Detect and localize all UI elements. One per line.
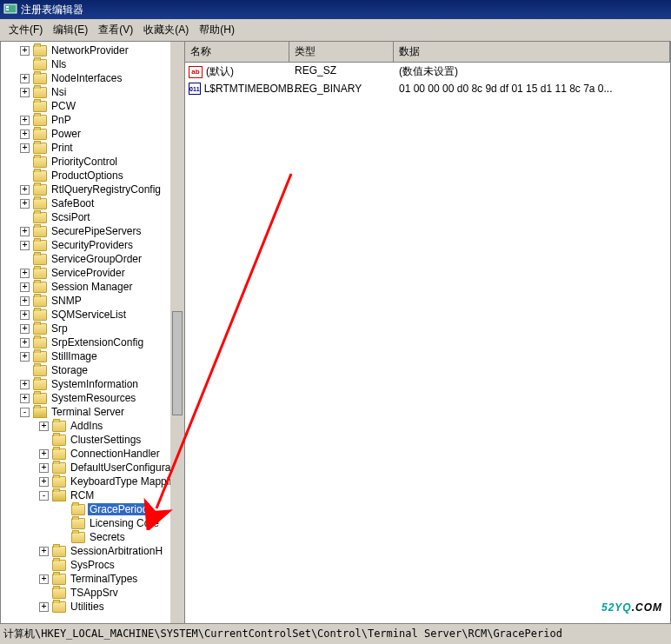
tree-node[interactable]: +RtlQueryRegistryConfig	[1, 183, 184, 196]
tree-label[interactable]: StillImage	[50, 350, 99, 362]
tree-node[interactable]: +PnP	[1, 113, 184, 127]
scrollbar-vertical[interactable]	[170, 42, 184, 632]
tree-label[interactable]: ServiceGroupOrder	[50, 253, 143, 265]
value-row[interactable]: ab(默认)REG_SZ(数值未设置)	[185, 63, 670, 81]
tree-node[interactable]: +Print	[1, 141, 184, 155]
tree-label[interactable]: TerminalTypes	[69, 573, 139, 585]
expand-icon[interactable]: +	[20, 199, 30, 209]
tree-node[interactable]: +SQMServiceList	[1, 308, 184, 322]
tree-label[interactable]: Secrets	[88, 531, 127, 543]
expand-icon[interactable]: +	[20, 338, 30, 348]
tree-node[interactable]: +SrpExtensionConfig	[1, 335, 184, 349]
menu-view[interactable]: 查看(V)	[93, 21, 138, 39]
expand-icon[interactable]: +	[20, 227, 30, 236]
tree-node[interactable]: +StillImage	[1, 349, 184, 363]
tree-label[interactable]: SecurityProviders	[50, 239, 135, 251]
tree-label[interactable]: PnP	[50, 114, 73, 126]
expand-icon[interactable]: +	[39, 463, 49, 473]
tree-node[interactable]: -Terminal Server	[1, 405, 184, 419]
tree-node[interactable]: ProductOptions	[1, 169, 184, 183]
tree-node[interactable]: +Utilities	[1, 600, 184, 614]
col-name[interactable]: 名称	[185, 42, 289, 62]
tree-node[interactable]: -RCM	[1, 488, 184, 502]
scroll-thumb[interactable]	[172, 311, 183, 415]
tree-node[interactable]: Nls	[1, 57, 184, 71]
tree-node[interactable]: +Session Manager	[1, 280, 184, 294]
expand-icon[interactable]: +	[20, 380, 30, 389]
tree-label[interactable]: ProductOptions	[50, 169, 125, 182]
tree-label[interactable]: Power	[50, 128, 83, 140]
tree-label[interactable]: Session Manager	[50, 281, 134, 293]
expand-icon[interactable]: +	[20, 282, 30, 292]
tree-label[interactable]: NodeInterfaces	[50, 72, 123, 84]
tree-label[interactable]: ClusterSettings	[69, 434, 143, 446]
tree-label[interactable]: Utilities	[69, 601, 106, 613]
tree-label[interactable]: AddIns	[69, 420, 104, 432]
tree-node[interactable]: +SecurePipeServers	[1, 224, 184, 238]
tree-node[interactable]: Secrets	[1, 530, 184, 544]
tree-node[interactable]: PCW	[1, 99, 184, 113]
tree-label[interactable]: SystemInformation	[50, 378, 140, 390]
expand-icon[interactable]: +	[20, 129, 30, 139]
expand-icon[interactable]: +	[20, 310, 30, 320]
tree-node[interactable]: +SystemInformation	[1, 377, 184, 391]
tree-label[interactable]: RtlQueryRegistryConfig	[50, 183, 163, 196]
tree-node[interactable]: +NodeInterfaces	[1, 71, 184, 85]
expand-icon[interactable]: +	[20, 241, 30, 250]
tree-node[interactable]: +SecurityProviders	[1, 238, 184, 252]
tree-node[interactable]: TSAppSrv	[1, 586, 184, 600]
tree-label[interactable]: SessionArbitrationH	[69, 545, 164, 557]
tree-node[interactable]: +ServiceProvider	[1, 266, 184, 280]
tree-label[interactable]: ConnectionHandler	[69, 448, 162, 460]
tree-label[interactable]: SysProcs	[69, 559, 116, 571]
expand-icon[interactable]: +	[20, 116, 30, 125]
menu-file[interactable]: 文件(F)	[3, 21, 48, 39]
tree-label[interactable]: SafeBoot	[50, 197, 96, 209]
tree-node[interactable]: +Srp	[1, 322, 184, 335]
tree-label[interactable]: SrpExtensionConfig	[50, 336, 145, 349]
expand-icon[interactable]: +	[20, 296, 30, 306]
expand-icon[interactable]: +	[20, 324, 30, 334]
expand-icon[interactable]: +	[39, 477, 49, 487]
tree-label[interactable]: ScsiPort	[50, 211, 92, 223]
expand-icon[interactable]: -	[20, 408, 30, 417]
tree-label[interactable]: SecurePipeServers	[50, 225, 143, 237]
tree-node[interactable]: +SafeBoot	[1, 196, 184, 210]
tree-node[interactable]: SysProcs	[1, 558, 184, 572]
expand-icon[interactable]: +	[20, 269, 30, 278]
expand-icon[interactable]: +	[39, 449, 49, 459]
tree-label[interactable]: PCW	[50, 100, 77, 112]
tree-node[interactable]: +NetworkProvider	[1, 43, 184, 57]
tree-node[interactable]: +Power	[1, 127, 184, 141]
tree-node[interactable]: +SNMP	[1, 294, 184, 308]
tree-node[interactable]: +SessionArbitrationH	[1, 544, 184, 558]
tree-label[interactable]: Terminal Server	[50, 406, 126, 418]
tree-label[interactable]: TSAppSrv	[69, 587, 120, 599]
menu-favorites[interactable]: 收藏夹(A)	[138, 21, 194, 39]
menu-help[interactable]: 帮助(H)	[194, 21, 240, 39]
tree-label[interactable]: PriorityControl	[50, 156, 119, 168]
expand-icon[interactable]: +	[20, 394, 30, 403]
tree-label[interactable]: ServiceProvider	[50, 267, 127, 279]
tree-label[interactable]: Licensing Core	[88, 517, 161, 529]
tree-node[interactable]: GracePeriod	[1, 502, 184, 516]
tree-node[interactable]: +Nsi	[1, 85, 184, 99]
expand-icon[interactable]: +	[20, 74, 30, 83]
expand-icon[interactable]: +	[20, 143, 30, 153]
tree-label[interactable]: SNMP	[50, 295, 83, 307]
tree-label[interactable]: Nls	[50, 58, 68, 70]
tree-label[interactable]: Storage	[50, 364, 90, 376]
expand-icon[interactable]: +	[39, 422, 49, 431]
expand-icon[interactable]: +	[20, 185, 30, 195]
expand-icon[interactable]: -	[39, 491, 49, 501]
expand-icon[interactable]: +	[39, 602, 49, 612]
tree-label[interactable]: GracePeriod	[88, 503, 149, 515]
tree-node[interactable]: +DefaultUserConfigura	[1, 461, 184, 475]
expand-icon[interactable]: +	[20, 88, 30, 97]
expand-icon[interactable]: +	[39, 547, 49, 556]
col-data[interactable]: 数据	[394, 42, 670, 62]
tree-node[interactable]: +KeyboardType Mappin	[1, 475, 184, 488]
col-type[interactable]: 类型	[289, 42, 394, 62]
menu-edit[interactable]: 编辑(E)	[48, 21, 93, 39]
expand-icon[interactable]: +	[20, 352, 30, 362]
